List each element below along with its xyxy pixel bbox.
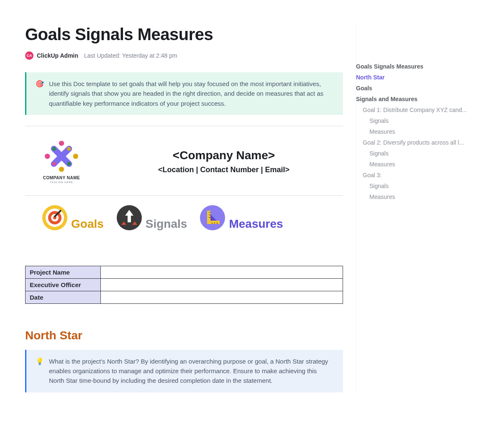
svg-point-9 [67,147,71,151]
outline-item[interactable]: Signals [356,148,481,159]
outline-item[interactable]: Goal 3: [356,170,481,181]
target-icon: 🎯 [36,79,44,108]
outline-item[interactable]: Measures [356,191,481,202]
outline-item[interactable]: Measures [356,126,481,137]
page-title: Goals Signals Measures [25,25,343,44]
gsm-goals: Goals [42,205,104,231]
author-name: ClickUp Admin [37,52,78,59]
svg-point-4 [59,140,64,145]
last-updated: Last Updated: Yesterday at 2:48 pm [84,52,177,59]
gsm-row: Goals Signals [25,196,343,244]
document-main: Goals Signals Measures CA ClickUp Admin … [25,25,343,392]
north-star-text: What is the project's North Star? By ide… [49,356,334,386]
gsm-signals: Signals [116,205,187,231]
outline-item[interactable]: Goal 2: Diversify products across all l.… [356,137,481,148]
bulb-icon: 💡 [36,356,44,386]
date-value[interactable] [101,291,343,303]
executive-officer-label: Executive Officer [26,278,101,291]
outline-item[interactable]: Measures [356,159,481,170]
logo-tagline: TAGLINE HERE [30,181,93,183]
signals-icon [116,205,142,231]
logo-icon [43,140,80,173]
measures-label: Measures [229,217,283,231]
table-row: Date [26,291,343,303]
svg-point-10 [67,162,71,165]
logo-title: COMPANY NAME [30,176,93,180]
company-name: <Company Name> [110,149,338,162]
outline-item[interactable]: Signals [356,181,481,191]
project-name-value[interactable] [101,266,343,278]
svg-point-11 [52,162,56,165]
date-label: Date [26,291,101,303]
outline-item[interactable]: Goals [356,83,481,94]
meta-row: CA ClickUp Admin Last Updated: Yesterday… [25,51,343,60]
svg-rect-3 [59,154,73,168]
company-logo: COMPANY NAME TAGLINE HERE [30,140,93,183]
gsm-measures: Measures [200,205,283,231]
company-subline: <Location | Contact Number | Email> [110,165,338,174]
svg-point-6 [59,167,64,172]
intro-callout-text: Use this Doc template to set goals that … [49,79,334,108]
table-row: Executive Officer [26,278,343,291]
outline-item[interactable]: Signals [356,115,481,126]
goals-label: Goals [71,217,104,231]
outline-item[interactable]: Goals Signals Measures [356,61,481,72]
signals-label: Signals [146,217,187,231]
outline-item[interactable]: Signals and Measures [356,94,481,104]
measures-icon [200,205,225,231]
company-block: COMPANY NAME TAGLINE HERE <Company Name>… [25,126,343,195]
author-avatar[interactable]: CA [25,51,33,60]
outline-item[interactable]: North Star [356,72,481,83]
project-name-label: Project Name [26,266,101,278]
goals-icon [42,205,68,231]
svg-point-5 [73,154,78,159]
info-table: Project Name Executive Officer Date [25,266,343,304]
svg-point-8 [52,147,56,151]
intro-callout: 🎯 Use this Doc template to set goals tha… [25,72,343,115]
company-text: <Company Name> <Location | Contact Numbe… [110,149,338,174]
svg-point-7 [45,154,50,159]
outline-item[interactable]: Goal 1: Distribute Company XYZ cand... [356,104,481,115]
table-row: Project Name [26,266,343,278]
north-star-callout: 💡 What is the project's North Star? By i… [25,350,343,392]
outline-panel: Goals Signals Measures North Star Goals … [356,25,481,392]
executive-officer-value[interactable] [101,278,343,291]
north-star-heading: North Star [25,329,343,342]
